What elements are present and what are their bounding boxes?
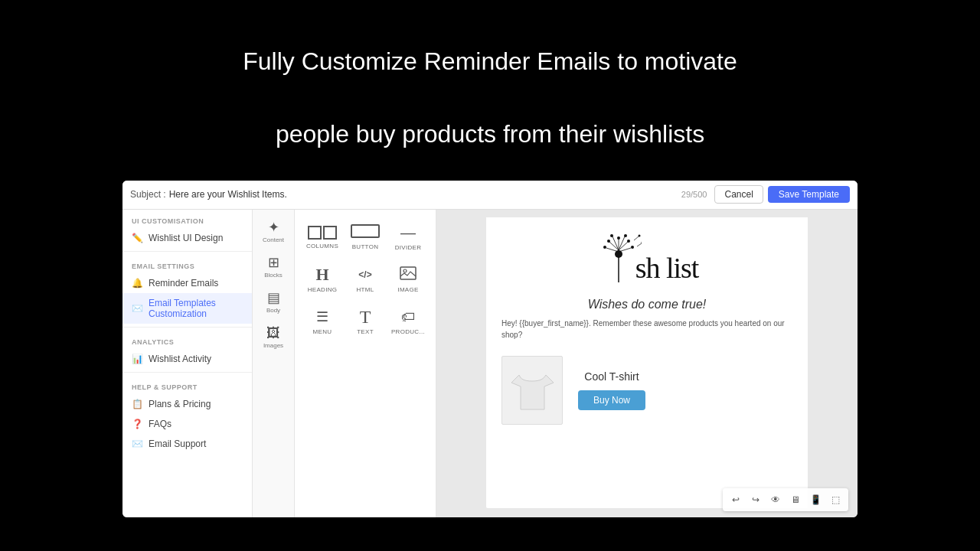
menu-label: MENU xyxy=(313,328,332,335)
toolbar-body[interactable]: ▤ Body xyxy=(256,286,291,318)
block-button[interactable]: BUTTON xyxy=(344,216,387,258)
mobile-view-button[interactable]: 📱 xyxy=(807,491,824,508)
block-columns[interactable]: COLUMNS xyxy=(301,216,344,258)
sidebar-item-email-templates[interactable]: ✉️ Email Templates Customization xyxy=(122,293,252,324)
pencil-icon: ✏️ xyxy=(132,233,142,243)
blocks-icon: ⊞ xyxy=(268,256,279,269)
char-count: 29/500 xyxy=(681,190,707,199)
divider-icon: — xyxy=(400,224,416,241)
button-icon xyxy=(351,224,380,240)
bottom-toolbar: ↩ ↪ 👁 🖥 📱 ⬚ xyxy=(723,488,848,511)
menu-icon: ☰ xyxy=(316,308,328,325)
image-label: IMAGE xyxy=(397,286,418,293)
subject-label: Subject : xyxy=(130,189,166,200)
svg-point-19 xyxy=(638,234,640,236)
plans-icon: 📋 xyxy=(132,399,142,409)
subject-input[interactable] xyxy=(169,189,674,200)
wishlist-logo: sh list xyxy=(596,233,699,282)
svg-point-7 xyxy=(607,240,610,243)
preview-area: sh list Wishes do come true! Hey! {{buye… xyxy=(436,210,858,517)
analytics-label: ANALYTICS xyxy=(122,331,252,349)
svg-rect-0 xyxy=(400,267,416,279)
hero-section: Fully Customize Reminder Emails to motiv… xyxy=(212,0,768,181)
html-icon: </> xyxy=(358,266,371,283)
svg-line-20 xyxy=(637,243,642,246)
support-email-icon: ✉️ xyxy=(132,439,142,449)
blocks-panel: COLUMNS BUTTON — DIVIDER H HEADING xyxy=(295,210,436,517)
email-tagline: Wishes do come true! xyxy=(486,290,808,318)
email-header: sh list xyxy=(486,217,808,290)
sidebar-item-wishlist-ui[interactable]: ✏️ Wishlist UI Design xyxy=(122,228,252,248)
app-window: Subject : 29/500 Cancel Save Template UI… xyxy=(122,181,858,517)
activity-icon: 📊 xyxy=(132,354,142,364)
toolbar-panel: ✦ Content ⊞ Blocks ▤ Body 🖼 Images xyxy=(253,210,295,517)
button-label: BUTTON xyxy=(352,243,379,250)
sidebar-item-reminder-emails[interactable]: 🔔 Reminder Emails xyxy=(122,273,252,293)
save-template-button[interactable]: Save Template xyxy=(768,186,850,203)
content-icon: ✦ xyxy=(268,220,279,234)
toolbar-blocks[interactable]: ⊞ Blocks xyxy=(256,251,291,283)
sidebar-item-plans-pricing[interactable]: 📋 Plans & Pricing xyxy=(122,394,252,414)
hero-line2: people buy products from their wishlists xyxy=(227,94,753,167)
help-icon: ❓ xyxy=(132,419,142,429)
sidebar-item-faqs[interactable]: ❓ FAQs xyxy=(122,414,252,434)
images-icon: 🖼 xyxy=(266,326,280,340)
block-html[interactable]: </> HTML xyxy=(344,258,387,300)
sidebar-item-email-support[interactable]: ✉️ Email Support xyxy=(122,434,252,454)
images-label: Images xyxy=(263,342,283,349)
html-label: HTML xyxy=(357,286,374,293)
fullscreen-button[interactable]: ⬚ xyxy=(827,491,844,508)
text-icon: T xyxy=(360,308,371,325)
toolbar-content[interactable]: ✦ Content xyxy=(256,216,291,248)
undo-button[interactable]: ↩ xyxy=(727,491,744,508)
image-icon xyxy=(400,266,416,283)
sidebar: UI CUSTOMISATION ✏️ Wishlist UI Design E… xyxy=(122,210,253,517)
block-text[interactable]: T TEXT xyxy=(344,300,387,342)
columns-label: COLUMNS xyxy=(306,243,338,249)
toolbar-images[interactable]: 🖼 Images xyxy=(256,321,291,354)
columns-icon xyxy=(308,226,337,240)
block-product[interactable]: 🏷 PRODUC... xyxy=(387,300,430,342)
product-icon: 🏷 xyxy=(401,308,415,325)
svg-point-15 xyxy=(610,234,613,237)
cancel-button[interactable]: Cancel xyxy=(714,185,763,204)
svg-point-13 xyxy=(631,246,634,249)
desktop-view-button[interactable]: 🖥 xyxy=(787,491,804,508)
heading-icon: H xyxy=(315,266,328,283)
email-preview: sh list Wishes do come true! Hey! {{buye… xyxy=(486,217,808,508)
body-icon: ▤ xyxy=(267,291,280,305)
preview-button[interactable]: 👁 xyxy=(767,491,784,508)
heading-label: HEADING xyxy=(308,286,338,293)
logo-text: sh list xyxy=(635,253,699,282)
email-icon: ✉️ xyxy=(132,303,142,314)
hero-line1: Fully Customize Reminder Emails to motiv… xyxy=(227,21,753,94)
svg-line-18 xyxy=(634,236,639,240)
divider-label: DIVIDER xyxy=(395,244,422,251)
email-body-text: Hey! {{buyer_first_name}}. Remember thes… xyxy=(486,318,808,348)
svg-point-17 xyxy=(624,234,627,237)
block-image[interactable]: IMAGE xyxy=(387,258,430,300)
svg-point-1 xyxy=(403,269,407,272)
sidebar-item-wishlist-activity[interactable]: 📊 Wishlist Activity xyxy=(122,349,252,369)
body-label: Body xyxy=(266,307,280,314)
svg-point-11 xyxy=(603,246,606,249)
block-divider[interactable]: — DIVIDER xyxy=(387,216,430,258)
product-label: PRODUC... xyxy=(391,328,425,335)
text-label: TEXT xyxy=(357,328,374,335)
product-name: Cool T-shirt xyxy=(584,370,639,383)
main-layout: UI CUSTOMISATION ✏️ Wishlist UI Design E… xyxy=(122,210,858,517)
header-bar: Subject : 29/500 Cancel Save Template xyxy=(122,181,858,210)
product-row: Cool T-shirt Buy Now xyxy=(486,348,808,432)
bell-icon: 🔔 xyxy=(132,278,142,289)
block-heading[interactable]: H HEADING xyxy=(301,258,344,300)
svg-point-5 xyxy=(617,236,620,240)
redo-button[interactable]: ↪ xyxy=(747,491,764,508)
help-support-label: HELP & SUPPORT xyxy=(122,376,252,394)
svg-point-3 xyxy=(615,250,622,258)
blocks-label: Blocks xyxy=(264,272,283,279)
email-settings-label: EMAIL SETTINGS xyxy=(122,255,252,273)
product-info: Cool T-shirt Buy Now xyxy=(578,370,645,410)
svg-point-9 xyxy=(627,240,630,243)
buy-now-button[interactable]: Buy Now xyxy=(578,390,645,410)
block-menu[interactable]: ☰ MENU xyxy=(301,300,344,342)
